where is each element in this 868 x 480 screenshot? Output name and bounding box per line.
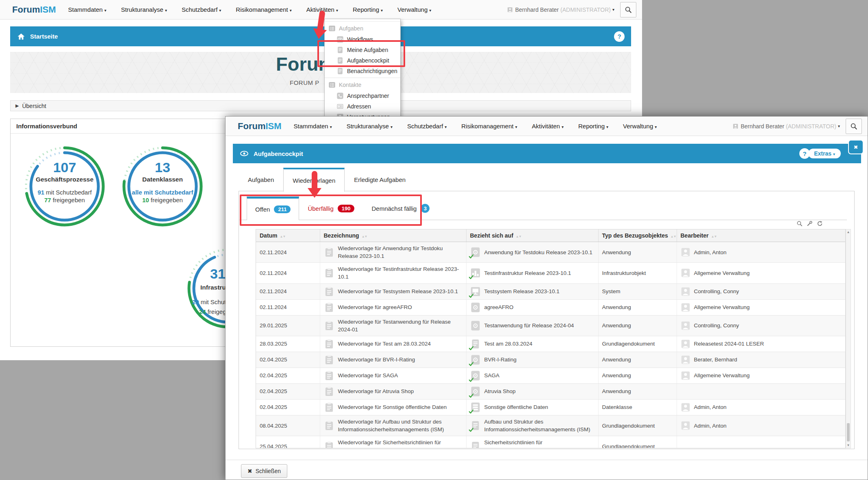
chevron-down-icon: ▾ bbox=[104, 8, 106, 13]
close-dialog-button[interactable]: ✖ bbox=[848, 140, 864, 154]
cell-bezeichnung[interactable]: Wiedervorlage für BVR-I-Rating bbox=[320, 352, 466, 368]
table-row[interactable]: 02.04.2025 Wiedervorlage für BVR-I-Ratin… bbox=[256, 352, 845, 368]
overview-toggle[interactable]: ▶ Übersicht bbox=[10, 100, 631, 111]
cell-bezieht-sich-auf[interactable]: Sonstige öffentliche Daten bbox=[466, 399, 598, 415]
column-header-bearbeiter[interactable]: Bearbeiter▲▼ bbox=[677, 229, 845, 242]
nav-menu-item[interactable]: Strukturanalyse▾ bbox=[347, 123, 393, 130]
cell-bezieht-sich-auf[interactable]: Aufbau und Struktur des Informationssich… bbox=[466, 415, 598, 436]
cell-bezieht-sich-auf[interactable]: Sicherheitsrichtlinien für Internetzahlu… bbox=[466, 436, 598, 448]
nav-menu-item[interactable]: Verwaltung▾ bbox=[623, 123, 657, 130]
nav-menu-item[interactable]: Stammdaten▾ bbox=[68, 6, 106, 13]
table-row[interactable]: 02.04.2025 Wiedervorlage für Atruvia Sho… bbox=[256, 383, 845, 399]
extras-button[interactable]: Extras▾ bbox=[808, 149, 841, 158]
scroll-down-icon[interactable]: ▼ bbox=[846, 443, 851, 447]
cell-bezieht-sich-auf[interactable]: Anwendung für Testdoku Release 2023-10.1 bbox=[466, 242, 598, 263]
table-row[interactable]: 29.01.2025 Wiedervorlage für Testanwendu… bbox=[256, 315, 845, 336]
sort-icons[interactable]: ▲▼ bbox=[711, 235, 717, 238]
donut-geschaeftsprozesse[interactable]: 107 Geschäftsprozesse 91mit Schutzbedarf… bbox=[24, 146, 105, 227]
column-header-bezeichnung[interactable]: Bezeichnung▲▼ bbox=[320, 229, 466, 242]
nav-menu-item[interactable]: Stammdaten▾ bbox=[294, 123, 332, 130]
table-row[interactable]: 28.03.2025 Wiedervorlage für Test am 28.… bbox=[256, 336, 845, 352]
nav-menu-item[interactable]: Schutzbedarf▾ bbox=[407, 123, 447, 130]
cell-bezeichnung[interactable]: Wiedervorlage für SAGA bbox=[320, 368, 466, 383]
user-icon bbox=[733, 123, 738, 129]
search-button[interactable] bbox=[620, 2, 636, 17]
cell-bezieht-sich-auf[interactable]: BVR-I-Rating bbox=[466, 352, 598, 368]
column-header-typ[interactable]: Typ des Bezugsobjektes▲▼ bbox=[598, 229, 677, 242]
cell-bezeichnung[interactable]: Wiedervorlage für Testsystem Release 202… bbox=[320, 283, 466, 299]
nav-menu-item[interactable]: Reporting▾ bbox=[353, 6, 383, 13]
app-logo[interactable]: ForumISM bbox=[12, 4, 56, 15]
nav-menu-item[interactable]: Aktivitäten▾ bbox=[532, 123, 564, 130]
user-menu[interactable]: Bernhard Berater(ADMINISTRATOR) ▾ bbox=[733, 123, 840, 130]
cell-bezeichnung[interactable]: Wiedervorlage für Sicherheitsrichtlinien… bbox=[320, 436, 466, 448]
nav-menu-item[interactable]: Risikomanagement▾ bbox=[461, 123, 517, 130]
schliessen-button[interactable]: ✖ Schließen bbox=[241, 464, 287, 478]
donut-datenklassen[interactable]: 13 Datenklassen alle mit Schutzbedarf 10… bbox=[122, 146, 203, 227]
scroll-up-icon[interactable]: ▲ bbox=[846, 230, 851, 234]
table-toolbar bbox=[796, 221, 823, 227]
app-logo[interactable]: ForumISM bbox=[238, 121, 282, 132]
sort-icons[interactable]: ▲▼ bbox=[671, 235, 676, 238]
dropdown-menu-item[interactable]: Ansprechpartner bbox=[325, 91, 400, 101]
dropdown-menu-item[interactable]: Benachrichtigungen bbox=[325, 66, 400, 76]
menu-item-icon bbox=[336, 103, 344, 110]
cell-bezeichnung[interactable]: Wiedervorlage für Test am 28.03.2024 bbox=[320, 336, 466, 352]
table-refresh-icon[interactable] bbox=[817, 221, 823, 227]
check-icon bbox=[469, 409, 474, 414]
cell-typ: Anwendung bbox=[598, 299, 677, 315]
check-icon bbox=[469, 393, 474, 398]
help-button[interactable]: ? bbox=[614, 31, 625, 42]
scrollbar-thumb[interactable] bbox=[847, 423, 850, 441]
cell-bezieht-sich-auf[interactable]: Atruvia Shop bbox=[466, 383, 598, 399]
cell-bezieht-sich-auf[interactable]: Test am 28.03.2024 bbox=[466, 336, 598, 352]
table-row[interactable]: 02.11.2024 Wiedervorlage für Testsystem … bbox=[256, 283, 845, 299]
table-row[interactable]: 02.04.2025 Wiedervorlage für Sonstige öf… bbox=[256, 399, 845, 415]
tab[interactable]: Erledigte Aufgaben bbox=[345, 168, 415, 191]
table-row[interactable]: 02.11.2024 Wiedervorlage für Testinfrast… bbox=[256, 263, 845, 283]
chevron-down-icon: ▾ bbox=[612, 7, 614, 12]
chevron-down-icon: ▾ bbox=[429, 8, 431, 13]
table-scrollbar[interactable]: ▲ ▼ bbox=[846, 229, 851, 448]
sort-icons[interactable]: ▲▼ bbox=[516, 235, 521, 238]
cell-bezieht-sich-auf[interactable]: Testsystem Release 2023-10.1 bbox=[466, 283, 598, 299]
cell-bezieht-sich-auf[interactable]: Testinfrastruktur Release 2023-10.1 bbox=[466, 263, 598, 283]
cell-bezeichnung[interactable]: Wiedervorlage für Atruvia Shop bbox=[320, 383, 466, 399]
cell-bezieht-sich-auf[interactable]: Testanwendung für Release 2024-04 bbox=[466, 315, 598, 336]
cell-bezeichnung[interactable]: Wiedervorlage für agreeAFRO bbox=[320, 299, 466, 315]
cell-bezeichnung[interactable]: Wiedervorlage für Testanwendung für Rele… bbox=[320, 315, 466, 336]
cell-bezieht-sich-auf[interactable]: SAGA bbox=[466, 368, 598, 383]
dropdown-menu-item[interactable]: Kontakte bbox=[325, 78, 400, 91]
table-row[interactable]: 02.04.2025 Wiedervorlage für SAGA SAGA bbox=[256, 368, 845, 383]
bezugsobjekt-icon bbox=[470, 370, 481, 381]
nav-menu-item[interactable]: Risikomanagement▾ bbox=[236, 6, 291, 13]
cell-bezeichnung[interactable]: Wiedervorlage für Sonstige öffentliche D… bbox=[320, 399, 466, 415]
sort-icons[interactable]: ▲▼ bbox=[280, 235, 286, 238]
table-row[interactable]: 08.04.2025 Wiedervorlage für Aufbau und … bbox=[256, 415, 845, 436]
nav-menu-item[interactable]: Strukturanalyse▾ bbox=[121, 6, 167, 13]
cell-bezeichnung[interactable]: Wiedervorlage für Aufbau und Struktur de… bbox=[320, 415, 466, 436]
cell-datum: 02.04.2025 bbox=[256, 399, 320, 415]
search-button[interactable] bbox=[846, 119, 862, 134]
table-row[interactable]: 02.11.2024 Wiedervorlage für agreeAFRO a… bbox=[256, 299, 845, 315]
nav-menu-item[interactable]: Schutzbedarf▾ bbox=[182, 6, 221, 13]
cell-bearbeiter: Admin, Anton bbox=[677, 242, 845, 263]
cell-bezeichnung[interactable]: Wiedervorlage für Anwendung für Testdoku… bbox=[320, 242, 466, 263]
nav-menu-item[interactable]: Verwaltung▾ bbox=[397, 6, 431, 13]
table-search-icon[interactable] bbox=[796, 221, 803, 227]
cell-typ: Datenklasse bbox=[598, 399, 677, 415]
table-row[interactable]: 02.11.2024 Wiedervorlage für Anwendung f… bbox=[256, 242, 845, 263]
dropdown-menu-item[interactable]: Aufgaben bbox=[325, 21, 400, 34]
sort-icons[interactable]: ▲▼ bbox=[362, 235, 367, 238]
user-menu[interactable]: Bernhard Berater(ADMINISTRATOR) ▾ bbox=[507, 6, 614, 13]
cell-bezieht-sich-auf[interactable]: agreeAFRO bbox=[466, 299, 598, 315]
column-header-datum[interactable]: Datum▲▼ bbox=[256, 229, 320, 242]
cell-bezeichnung[interactable]: Wiedervorlage für Testinfrastruktur Rele… bbox=[320, 263, 466, 283]
dropdown-menu-item[interactable]: Adressen bbox=[325, 101, 400, 112]
donut-label: Datenklassen bbox=[130, 176, 195, 183]
table-row[interactable]: 25.04.2025 Wiedervorlage für Sicherheits… bbox=[256, 436, 845, 448]
tab[interactable]: Aufgaben bbox=[239, 168, 283, 191]
table-settings-wrench-icon[interactable] bbox=[807, 221, 813, 227]
column-header-bezieht-sich-auf[interactable]: Bezieht sich auf▲▼ bbox=[466, 229, 598, 242]
nav-menu-item[interactable]: Reporting▾ bbox=[578, 123, 608, 130]
